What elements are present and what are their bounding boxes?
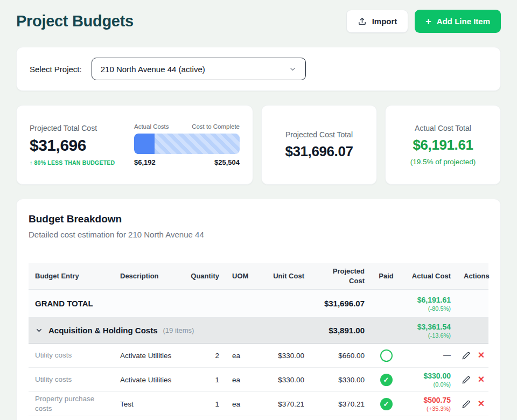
quantity-cell: 2: [183, 352, 226, 360]
delete-icon[interactable]: ✕: [478, 400, 485, 408]
breakdown-subtitle: Detailed cost estimation for 210 North A…: [29, 230, 488, 239]
category-group-row[interactable]: Acquisition & Holding Costs (19 items) $…: [29, 318, 488, 344]
category-group-cell: Acquisition & Holding Costs (19 items): [29, 326, 311, 335]
actual-cost-total-value: $6,191.61: [413, 137, 473, 153]
category-actual: $3,361.54 (-13.6%): [401, 323, 457, 339]
col-uom: UOM: [226, 272, 257, 280]
table-row: Utility costs Activate Utilities 1 ea $3…: [29, 368, 488, 392]
quantity-cell: 1: [183, 376, 226, 384]
budget-breakdown-card: Budget Breakdown Detailed cost estimatio…: [16, 199, 501, 420]
category-actual-value: $3,361.54: [417, 323, 451, 331]
cost-progress-section: Actual Costs Cost to Complete $6,192 $25…: [134, 123, 240, 166]
actual-cost-cell: —: [401, 351, 457, 360]
cost-progress-fill: [134, 134, 155, 154]
add-line-item-label: Add Line Item: [437, 17, 490, 26]
projected-cost-cell: $660.00: [311, 352, 371, 360]
projected-cost-total-card: Projected Cost Total $31,696.07: [261, 105, 377, 185]
add-line-item-button[interactable]: + Add Line Item: [415, 10, 501, 33]
grand-total-label: GRAND TOTAL: [29, 299, 311, 308]
actual-cost-total-card: Actual Cost Total $6,191.61 (19.5% of pr…: [385, 105, 501, 185]
paid-cell: ✓: [371, 398, 401, 410]
actual-cost-value: $330.00: [423, 372, 451, 380]
paid-status-icon[interactable]: ✓: [380, 374, 393, 386]
uom-cell: ea: [226, 400, 257, 408]
projected-total-cost-value: $31,696: [30, 136, 120, 155]
budget-entry-cell: Property purchase costs: [29, 394, 114, 413]
col-paid: Paid: [371, 272, 401, 280]
table-header-row: Budget Entry Description Quantity UOM Un…: [29, 263, 488, 290]
actual-cost-value: $500.75: [423, 396, 451, 404]
import-button[interactable]: Import: [346, 10, 409, 33]
projected-cost-total-label: Projected Cost Total: [285, 130, 353, 139]
project-budgets-page: Project Budgets Import + Add Line Item S…: [0, 0, 517, 420]
grand-total-row: GRAND TOTAL $31,696.07 $6,191.61 (-80.5%…: [29, 290, 488, 318]
category-actual-pct: (-13.6%): [428, 332, 451, 339]
budget-delta-badge: ↑ 80% LESS THAN BUDGETED: [30, 159, 120, 166]
uom-cell: ea: [226, 376, 257, 384]
grand-total-projected: $31,696.07: [311, 299, 371, 308]
progress-bar-values: $6,192 $25,504: [134, 158, 240, 166]
grand-total-actual-value: $6,191.61: [417, 296, 451, 304]
edit-icon[interactable]: [462, 400, 470, 408]
actual-cost-value: —: [443, 351, 451, 359]
paid-status-icon[interactable]: ✓: [380, 349, 393, 362]
check-icon: ✓: [383, 401, 389, 408]
cost-to-complete-value: $25,504: [214, 158, 240, 166]
actual-cost-cell: $330.00 (0.0%): [401, 372, 457, 388]
project-select-value: 210 North Avenue 44 (active): [101, 65, 205, 74]
upload-icon: [358, 17, 367, 26]
actions-cell: ✕: [457, 375, 490, 384]
grand-total-actual: $6,191.61 (-80.5%): [401, 296, 457, 312]
description-cell: Activate Utilities: [114, 376, 183, 384]
edit-icon[interactable]: [462, 352, 470, 360]
edit-icon[interactable]: [462, 376, 470, 384]
check-icon: ✓: [383, 376, 389, 383]
category-group-label: Acquisition & Holding Costs: [48, 326, 158, 335]
delete-icon[interactable]: ✕: [478, 375, 485, 384]
actions-cell: ✕: [457, 400, 490, 408]
description-cell: Activate Utilities: [114, 352, 183, 360]
header-actions: Import + Add Line Item: [346, 10, 501, 33]
budget-table: Budget Entry Description Quantity UOM Un…: [29, 263, 488, 416]
budget-entry-cell: Utility costs: [29, 375, 114, 384]
projected-total-cost-label: Projected Total Cost: [30, 124, 120, 132]
budget-entry-cell: Utility costs: [29, 351, 114, 360]
unit-cost-cell: $330.00: [257, 376, 311, 384]
delete-icon[interactable]: ✕: [478, 351, 485, 360]
col-unit-cost: Unit Cost: [257, 272, 311, 280]
actions-cell: ✕: [457, 351, 490, 360]
col-description: Description: [114, 272, 183, 280]
paid-cell: ✓: [371, 349, 401, 362]
col-actual-cost: Actual Cost: [401, 272, 457, 280]
paid-status-icon[interactable]: ✓: [380, 398, 393, 410]
cost-progress-bar: [134, 134, 240, 154]
projected-cost-cell: $370.21: [311, 400, 371, 408]
projected-cost-total-value: $31,696.07: [285, 143, 353, 160]
actual-cost-total-sub: (19.5% of projected): [410, 158, 476, 166]
summary-cards: Projected Total Cost $31,696 ↑ 80% LESS …: [16, 105, 501, 185]
quantity-cell: 1: [183, 400, 226, 408]
project-selector-card: Select Project: 210 North Avenue 44 (act…: [16, 47, 501, 91]
paid-cell: ✓: [371, 374, 401, 386]
unit-cost-cell: $330.00: [257, 352, 311, 360]
collapse-chevron-icon[interactable]: [35, 326, 43, 334]
table-row: Utility costs Activate Utilities 2 ea $3…: [29, 344, 488, 368]
projected-total-cost-left: Projected Total Cost $31,696 ↑ 80% LESS …: [30, 124, 120, 166]
chevron-down-icon: [289, 65, 297, 73]
page-title: Project Budgets: [16, 12, 134, 30]
category-item-count: (19 items): [163, 326, 194, 334]
col-budget-entry: Budget Entry: [29, 272, 114, 280]
plus-icon: +: [425, 17, 431, 26]
projected-total-cost-card: Projected Total Cost $31,696 ↑ 80% LESS …: [16, 105, 253, 185]
table-row: Property purchase costs Test 1 ea $370.2…: [29, 392, 488, 416]
actual-cost-total-label: Actual Cost Total: [415, 124, 471, 132]
progress-bar-labels: Actual Costs Cost to Complete: [134, 123, 240, 130]
description-cell: Test: [114, 400, 183, 408]
import-button-label: Import: [372, 17, 397, 26]
uom-cell: ea: [226, 352, 257, 360]
project-select-dropdown[interactable]: 210 North Avenue 44 (active): [92, 58, 306, 80]
projected-cost-cell: $330.00: [311, 376, 371, 384]
unit-cost-cell: $370.21: [257, 400, 311, 408]
cost-to-complete-label: Cost to Complete: [192, 123, 240, 130]
actual-cost-pct: (+35.3%): [427, 405, 451, 412]
